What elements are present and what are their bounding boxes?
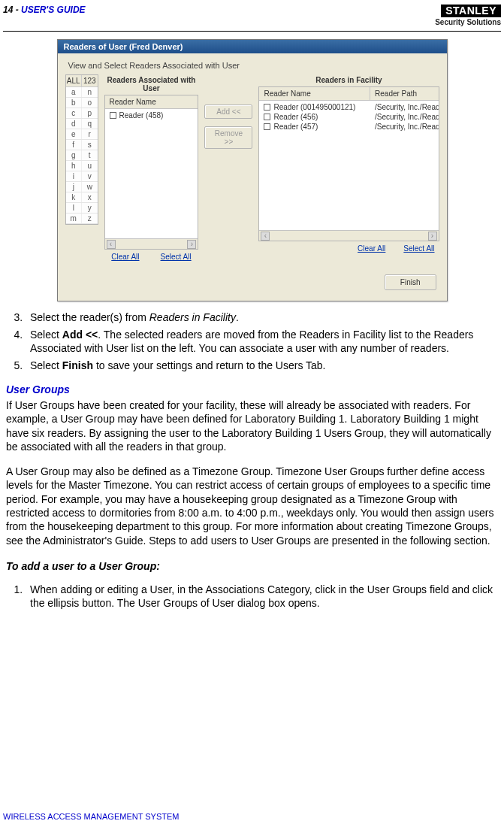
checkbox-icon[interactable] — [264, 123, 270, 130]
scrollbar[interactable]: ‹› — [259, 230, 438, 241]
scroll-right-icon[interactable]: › — [187, 240, 196, 249]
scrollbar[interactable]: ‹› — [105, 238, 198, 249]
readers-dialog: Readers of User (Fred Denver) View and S… — [57, 39, 448, 301]
cell-value: Reader (458) — [119, 111, 164, 120]
alpha-cell[interactable]: x — [82, 192, 98, 202]
scroll-left-icon[interactable]: ‹ — [261, 232, 270, 241]
cell-value: Reader (001495000121) — [273, 103, 355, 111]
brand-logo: STANLEY Security Solutions — [435, 5, 501, 26]
table-row[interactable]: Reader (457) /Security, Inc./Read.. — [259, 122, 438, 132]
associated-panel: Readers Associated with User Reader Name… — [104, 74, 199, 264]
brand-name: STANLEY — [441, 5, 501, 17]
checkbox-icon[interactable] — [264, 114, 270, 120]
dialog-subtitle: View and Select Readers Associated with … — [58, 53, 447, 74]
page-header: 14 - USER'S GUIDE STANLEY Security Solut… — [3, 5, 501, 29]
cell-value: Reader (456) — [273, 113, 318, 121]
cell-value: /Security, Inc./Read.. — [370, 122, 438, 132]
col-reader-name[interactable]: Reader Name — [259, 87, 370, 100]
alpha-cell[interactable]: u — [82, 161, 98, 171]
select-all-link[interactable]: Select All — [403, 244, 434, 253]
transfer-buttons: Add << Remove >> — [204, 74, 252, 149]
alpha-cell[interactable]: j — [66, 182, 83, 192]
paragraph: If User Groups have been created for you… — [6, 398, 498, 454]
alpha-cell[interactable]: e — [66, 129, 83, 139]
table-row[interactable]: Reader (458) — [105, 111, 198, 120]
alpha-cell[interactable]: w — [82, 182, 98, 192]
alpha-cell[interactable]: k — [66, 192, 83, 202]
alpha-cell[interactable]: a — [66, 87, 83, 97]
col-reader-name[interactable]: Reader Name — [105, 95, 198, 108]
step-5: Select Finish to save your settings and … — [26, 359, 498, 372]
checkbox-icon[interactable] — [110, 112, 116, 119]
alpha-cell[interactable]: p — [82, 108, 98, 118]
brand-sub: Security Solutions — [435, 18, 501, 26]
alpha-cell[interactable]: q — [82, 119, 98, 129]
select-all-link[interactable]: Select All — [161, 253, 192, 261]
alpha-cell[interactable]: n — [82, 87, 98, 97]
alpha-cell[interactable]: l — [66, 203, 83, 213]
alpha-cell[interactable]: s — [82, 140, 98, 150]
table-row[interactable]: Reader (001495000121) /Security, Inc./Re… — [259, 102, 438, 112]
alpha-cell[interactable]: v — [82, 171, 98, 181]
alpha-cell[interactable]: g — [66, 150, 83, 160]
alpha-cell[interactable]: y — [82, 203, 98, 213]
section-add-user: To add a user to a User Group: — [6, 559, 498, 573]
clear-all-link[interactable]: Clear All — [111, 253, 139, 261]
scroll-right-icon[interactable]: › — [428, 232, 437, 241]
dialog-titlebar: Readers of User (Fred Denver) — [58, 40, 447, 53]
scroll-left-icon[interactable]: ‹ — [107, 240, 116, 249]
col-reader-path[interactable]: Reader Path — [370, 87, 438, 100]
section-user-groups: User Groups — [6, 383, 498, 396]
alpha-filter[interactable]: ALL 123 an bo cp dq er fs gt hu iv jw kx… — [65, 74, 98, 225]
page-number: 14 - — [3, 5, 21, 15]
facility-title: Readers in Facility — [258, 74, 439, 86]
associated-title: Readers Associated with User — [104, 74, 199, 95]
alpha-cell[interactable]: d — [66, 119, 83, 129]
table-row[interactable]: Reader (456) /Security, Inc./Read.. — [259, 112, 438, 122]
page-footer: WIRELESS ACCESS MANAGEMENT SYSTEM — [3, 812, 180, 821]
alpha-cell[interactable]: o — [82, 98, 98, 108]
alpha-all[interactable]: ALL — [66, 75, 83, 86]
cell-value: Reader (457) — [273, 123, 318, 131]
alpha-cell[interactable]: r — [82, 129, 98, 139]
alpha-cell[interactable]: b — [66, 98, 83, 108]
step-4: Select Add <<. The selected readers are … — [26, 328, 498, 356]
alpha-cell[interactable]: c — [66, 108, 83, 118]
alpha-cell[interactable]: t — [82, 150, 98, 160]
finish-button[interactable]: Finish — [385, 274, 436, 290]
guide-title: USER'S GUIDE — [21, 5, 86, 15]
remove-button[interactable]: Remove >> — [204, 126, 252, 149]
alpha-cell[interactable]: i — [66, 171, 83, 181]
step-3: Select the reader(s) from Readers in Fac… — [26, 310, 498, 324]
alpha-cell[interactable]: f — [66, 140, 83, 150]
paragraph: A User Group may also be defined as a Ti… — [6, 465, 498, 548]
cell-value: /Security, Inc./Read.. — [370, 102, 438, 112]
body-text: Select the reader(s) from Readers in Fac… — [3, 310, 501, 610]
facility-panel: Readers in Facility Reader Name Reader P… — [258, 74, 439, 256]
alpha-cell[interactable]: h — [66, 161, 83, 171]
add-button[interactable]: Add << — [204, 105, 252, 119]
add-step-1: When adding or editing a User, in the As… — [26, 583, 498, 610]
header-rule — [3, 31, 501, 32]
alpha-cell[interactable]: z — [82, 214, 98, 223]
clear-all-link[interactable]: Clear All — [358, 244, 385, 253]
checkbox-icon[interactable] — [264, 104, 270, 111]
alpha-cell[interactable]: m — [66, 214, 83, 223]
cell-value: /Security, Inc./Read.. — [370, 112, 438, 122]
alpha-123[interactable]: 123 — [82, 75, 98, 86]
